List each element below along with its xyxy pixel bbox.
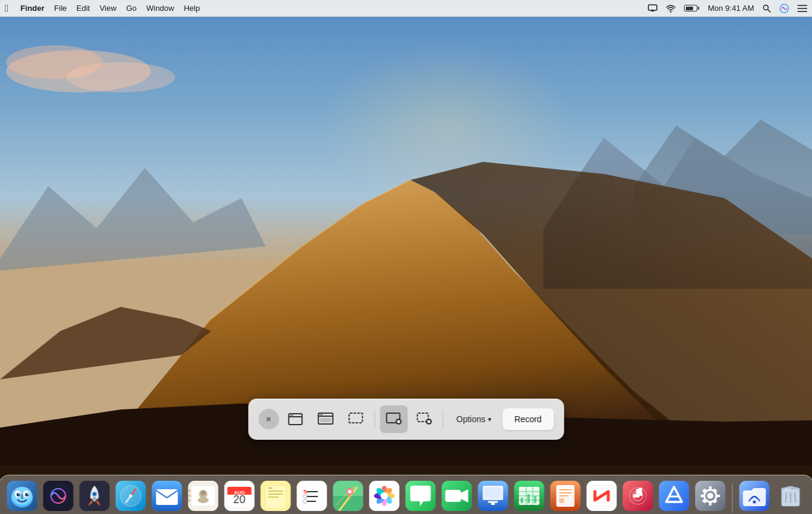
svg-rect-137 xyxy=(716,495,720,497)
dock-item-notes[interactable] xyxy=(258,479,292,513)
siri-menubar-icon[interactable] xyxy=(779,4,789,13)
dock-item-reminders[interactable] xyxy=(295,479,328,513)
menubar-finder[interactable]: Finder xyxy=(21,4,45,13)
svg-text:20: 20 xyxy=(233,493,245,506)
trash-icon xyxy=(775,481,805,511)
svg-rect-57 xyxy=(188,494,191,497)
svg-rect-114 xyxy=(534,496,536,503)
capture-selection-icon xyxy=(347,411,364,428)
record-screen-button[interactable] xyxy=(380,405,408,433)
apple-menu[interactable]:  xyxy=(5,3,8,14)
menubar-left:  Finder File Edit View Go Window Help xyxy=(5,3,200,14)
battery-icon[interactable] xyxy=(684,5,699,11)
dock-item-facetime[interactable] xyxy=(440,479,473,513)
capture-selection-button[interactable] xyxy=(342,405,369,433)
svg-point-20 xyxy=(321,414,322,416)
capture-fullscreen-button[interactable] xyxy=(312,405,339,433)
svg-point-37 xyxy=(27,493,28,495)
svg-rect-102 xyxy=(484,487,501,498)
notes-icon xyxy=(260,481,290,511)
news-icon xyxy=(586,481,616,511)
record-screen-icon xyxy=(385,411,402,428)
dock-separator xyxy=(732,484,732,513)
dock-item-launchpad[interactable] xyxy=(77,479,111,513)
mail-icon xyxy=(152,481,182,511)
dock-item-calendar[interactable]: AUG 20 xyxy=(222,479,256,513)
siri-icon xyxy=(43,481,73,511)
safari-icon xyxy=(115,481,145,511)
finder-icon xyxy=(7,481,37,511)
svg-point-25 xyxy=(397,420,400,423)
pages-icon xyxy=(550,481,580,511)
svg-point-7 xyxy=(764,5,769,10)
dock-item-music[interactable] xyxy=(621,479,654,513)
svg-rect-58 xyxy=(188,499,191,502)
dock-item-siri[interactable] xyxy=(41,479,75,513)
svg-point-28 xyxy=(427,420,430,423)
screenshot-toolbar: × xyxy=(248,399,564,440)
menubar-window[interactable]: Window xyxy=(146,4,174,13)
search-icon[interactable] xyxy=(762,4,771,13)
svg-rect-134 xyxy=(709,486,711,490)
svg-rect-98 xyxy=(445,490,461,502)
clock: Mon 9:41 AM xyxy=(708,4,754,13)
menubar-edit[interactable]: Edit xyxy=(77,4,90,13)
dock-item-finder[interactable] xyxy=(5,479,39,513)
record-selection-button[interactable] xyxy=(410,405,438,433)
options-chevron-icon: ▾ xyxy=(488,416,491,423)
dock-item-contacts[interactable] xyxy=(186,479,220,513)
svg-rect-135 xyxy=(709,502,711,506)
airplay-icon[interactable] xyxy=(648,4,657,13)
menubar-right: Mon 9:41 AM xyxy=(648,4,807,13)
dock-item-pages[interactable] xyxy=(548,479,582,513)
systemprefs-icon xyxy=(695,481,725,511)
dock-item-airdrop[interactable] xyxy=(737,479,771,513)
dock-item-messages[interactable] xyxy=(403,479,437,513)
appstore-icon xyxy=(659,481,689,511)
dock-item-keynote[interactable] xyxy=(476,479,510,513)
svg-point-61 xyxy=(197,497,208,503)
dock-item-numbers[interactable] xyxy=(512,479,546,513)
svg-point-143 xyxy=(753,501,756,504)
airdrop-icon xyxy=(739,481,769,511)
dock-item-trash[interactable] xyxy=(773,479,807,513)
dock-item-photos[interactable] xyxy=(367,479,401,513)
svg-point-128 xyxy=(639,492,642,496)
close-button[interactable]: × xyxy=(258,409,279,429)
close-icon: × xyxy=(266,414,271,424)
control-center-icon[interactable] xyxy=(798,4,807,13)
svg-rect-22 xyxy=(349,413,362,423)
menubar-help[interactable]: Help xyxy=(184,4,200,13)
svg-point-51 xyxy=(129,495,132,498)
dock-item-systemprefs[interactable] xyxy=(693,479,727,513)
svg-rect-104 xyxy=(491,502,494,505)
menubar-go[interactable]: Go xyxy=(126,4,136,13)
options-button[interactable]: Options ▾ xyxy=(448,408,500,430)
toolbar-divider xyxy=(374,410,375,428)
record-button[interactable]: Record xyxy=(502,408,554,430)
capture-window-icon xyxy=(287,411,304,428)
calendar-icon: AUG 20 xyxy=(224,481,254,511)
menubar-file[interactable]: File xyxy=(54,4,67,13)
dock-item-safari[interactable] xyxy=(113,479,147,513)
keynote-icon xyxy=(478,481,508,511)
svg-point-15 xyxy=(290,415,291,416)
svg-point-85 xyxy=(348,490,351,493)
messages-icon xyxy=(405,481,435,511)
wifi-icon[interactable] xyxy=(666,4,676,13)
svg-line-148 xyxy=(794,493,795,503)
facetime-icon xyxy=(441,481,472,511)
menubar-view[interactable]: View xyxy=(100,4,117,13)
dock-item-news[interactable] xyxy=(584,479,618,513)
dock-item-mail[interactable] xyxy=(150,479,184,513)
svg-point-60 xyxy=(200,490,205,495)
dock-item-appstore[interactable] xyxy=(657,479,691,513)
svg-point-34 xyxy=(16,493,20,496)
music-icon xyxy=(622,481,653,511)
record-selection-icon xyxy=(415,411,432,428)
svg-point-16 xyxy=(292,415,293,416)
svg-line-146 xyxy=(785,493,786,503)
capture-window-button[interactable] xyxy=(281,405,309,433)
dock-item-maps[interactable] xyxy=(331,479,365,513)
numbers-icon xyxy=(514,481,544,511)
